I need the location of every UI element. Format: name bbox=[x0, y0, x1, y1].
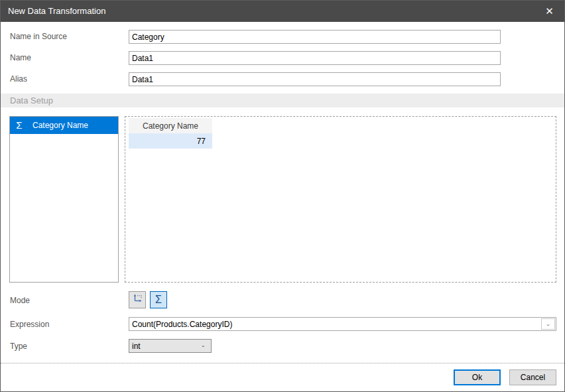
data-preview-panel: Category Name 77 bbox=[125, 116, 556, 283]
expression-combobox[interactable]: ⌄ bbox=[129, 317, 556, 331]
aggregate-mode-button[interactable]: Σ bbox=[150, 291, 167, 308]
type-label: Type bbox=[10, 342, 27, 351]
data-setup-label: Data Setup bbox=[10, 96, 53, 105]
preview-table: Category Name 77 bbox=[129, 118, 212, 149]
ok-button[interactable]: Ok bbox=[454, 369, 501, 385]
dialog-title: New Data Transformation bbox=[8, 1, 105, 22]
expression-dropdown-button[interactable]: ⌄ bbox=[541, 318, 555, 330]
name-label: Name bbox=[10, 53, 31, 62]
list-item-category-name[interactable]: Σ Category Name bbox=[10, 117, 118, 134]
type-dropdown[interactable]: int ⌄ bbox=[129, 339, 212, 353]
preview-table-cell[interactable]: 77 bbox=[129, 133, 212, 149]
close-icon: ✕ bbox=[545, 5, 554, 17]
columns-listbox[interactable]: Σ Category Name bbox=[9, 116, 119, 283]
expression-input[interactable] bbox=[129, 318, 542, 330]
alias-label: Alias bbox=[10, 74, 27, 84]
cancel-button[interactable]: Cancel bbox=[509, 369, 556, 385]
name-in-source-input[interactable] bbox=[129, 30, 501, 44]
data-setup-section-header: Data Setup bbox=[1, 94, 564, 107]
name-input[interactable] bbox=[129, 51, 501, 65]
sigma-icon: Σ bbox=[15, 117, 24, 134]
preview-table-header[interactable]: Category Name bbox=[129, 118, 212, 133]
new-data-transformation-dialog: New Data Transformation ✕ Name in Source… bbox=[0, 0, 565, 392]
type-value: int bbox=[132, 342, 141, 351]
footer-separator bbox=[1, 363, 564, 363]
chevron-down-icon: ⌄ bbox=[200, 343, 206, 348]
mode-label: Mode bbox=[10, 296, 30, 305]
expression-label: Expression bbox=[10, 320, 49, 329]
sigma-icon: Σ bbox=[155, 294, 162, 305]
chevron-down-icon: ⌄ bbox=[546, 322, 551, 327]
close-button[interactable]: ✕ bbox=[534, 1, 564, 22]
name-in-source-label: Name in Source bbox=[10, 32, 67, 41]
dimensions-axes-icon bbox=[132, 293, 143, 306]
dimensions-mode-button[interactable] bbox=[129, 291, 146, 308]
title-bar: New Data Transformation ✕ bbox=[1, 1, 564, 22]
alias-input[interactable] bbox=[129, 72, 501, 86]
list-item-label: Category Name bbox=[32, 121, 88, 130]
